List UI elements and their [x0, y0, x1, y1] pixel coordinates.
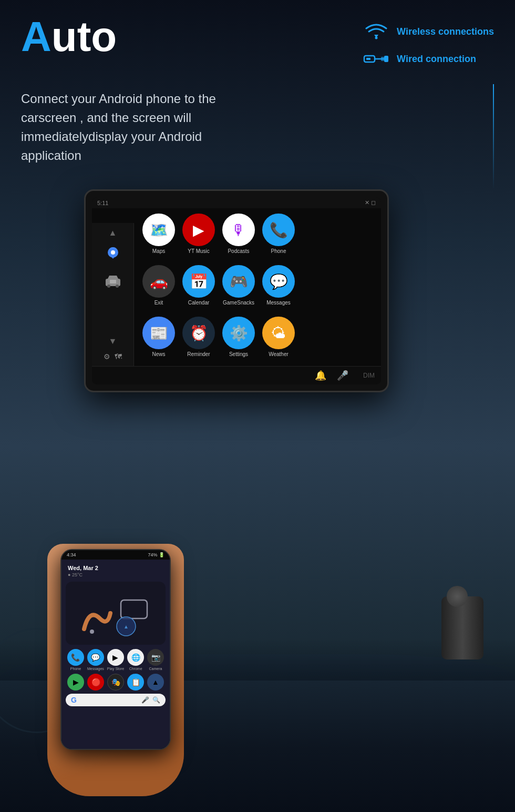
app-news-label: News [152, 351, 165, 357]
phone-app-messages-icon[interactable]: 💬 [87, 649, 104, 666]
hand-area: 4:34 74% 🔋 Wed, Mar 2 ● 25°C [37, 533, 194, 796]
car-screen-device: 5:11 ✕ ◻ ▲ [84, 189, 389, 392]
app-gamesnacks-icon[interactable]: 🎮 [222, 265, 255, 298]
app-phone[interactable]: 📞 Phone [262, 214, 295, 258]
app-gamesnacks[interactable]: 🎮 GameSnacks [222, 265, 255, 309]
app-phone-icon[interactable]: 📞 [262, 214, 295, 246]
phone-app-chrome-icon[interactable]: 🌐 [127, 649, 144, 666]
phone-app-red-icon[interactable]: 🔴 [87, 674, 104, 691]
app-ytmusic[interactable]: ▶ YT Music [182, 214, 215, 258]
phone-apps-row1: 📞 Phone 💬 Messages ▶ Play Store 🌐 [66, 649, 166, 671]
app-ytmusic-icon[interactable]: ▶ [182, 214, 215, 246]
phone-search-g-icon: G [71, 696, 77, 704]
app-exit-label: Exit [154, 300, 163, 306]
svg-point-7 [111, 250, 115, 255]
bell-icon[interactable]: 🔔 [315, 370, 326, 381]
app-reminder-icon[interactable]: ⏰ [182, 317, 215, 349]
sidebar-settings-icon[interactable]: ⚙ [104, 352, 110, 361]
phone-app-red[interactable]: 🔴 [87, 674, 104, 691]
svg-point-9 [107, 285, 110, 288]
app-settings-icon[interactable]: ⚙️ [222, 317, 255, 349]
screen-sidebar: ▲ [92, 223, 134, 366]
phone-date: Wed, Mar 2 [66, 564, 166, 572]
app-podcasts[interactable]: 🎙 Podcasts [222, 214, 255, 258]
phone-lens-icon[interactable]: 🔍 [152, 696, 160, 704]
header: Auto Wireless connections [21, 16, 494, 69]
phone-search-bar[interactable]: G 🎤 🔍 [66, 694, 166, 706]
app-calendar-icon[interactable]: 📅 [182, 265, 215, 298]
app-reminder[interactable]: ⏰ Reminder [182, 317, 215, 361]
mount-joint [447, 586, 468, 607]
app-maps[interactable]: 🗺️ Maps [142, 214, 175, 258]
wired-connection-item: Wired connection [363, 48, 494, 69]
svg-rect-5 [381, 57, 384, 61]
app-podcasts-icon[interactable]: 🎙 [222, 214, 255, 246]
phone-weather: ● 25°C [66, 572, 166, 577]
phone-app-playstore[interactable]: ▶ Play Store [107, 649, 124, 671]
phone-widget-svg: ▲ [74, 587, 158, 640]
phone-app-dark-icon[interactable]: 🎭 [107, 674, 124, 691]
app-weather-label: Weather [269, 351, 289, 357]
brand-title: Auto [21, 16, 117, 58]
screen-status-right: ✕ ◻ [365, 199, 376, 206]
phone-search-icons: 🎤 🔍 [141, 696, 160, 704]
phone-app-camera-icon[interactable]: 📷 [147, 649, 164, 666]
brand-rest: uto [52, 13, 117, 60]
phone-app-auto-icon[interactable]: ▲ [147, 674, 164, 691]
phone-app-play-icon[interactable]: ▶ [67, 674, 84, 691]
svg-text:▲: ▲ [123, 624, 129, 630]
phone-app-dark[interactable]: 🎭 [107, 674, 124, 691]
mic-icon[interactable]: 🎤 [337, 370, 348, 381]
phone-app-play[interactable]: ▶ [67, 674, 84, 691]
app-calendar[interactable]: 📅 Calendar [182, 265, 215, 309]
sidebar-map-icon[interactable]: 🗺 [115, 352, 122, 361]
svg-point-10 [116, 285, 119, 288]
phone-app-phone[interactable]: 📞 Phone [67, 649, 84, 671]
phone-app-docs[interactable]: 📋 [127, 674, 144, 691]
phone-app-auto[interactable]: ▲ [147, 674, 164, 691]
wireless-connection-item: Wireless connections [363, 21, 494, 42]
app-exit-icon[interactable]: 🚗 [142, 265, 175, 298]
phone-app-phone-icon[interactable]: 📞 [67, 649, 84, 666]
app-weather[interactable]: 🌤 Weather [262, 317, 295, 361]
app-weather-icon[interactable]: 🌤 [262, 317, 295, 349]
phone-battery: 74% 🔋 [148, 552, 164, 557]
phone-app-docs-icon[interactable]: 📋 [127, 674, 144, 691]
app-settings[interactable]: ⚙️ Settings [222, 317, 255, 361]
sidebar-up-arrow[interactable]: ▲ [109, 228, 117, 238]
svg-rect-11 [110, 280, 116, 283]
phone-app-camera-label: Camera [149, 667, 162, 671]
app-settings-label: Settings [229, 351, 248, 357]
dim-label: DIM [363, 372, 375, 379]
app-grid: 🗺️ Maps ▶ YT Music 🎙 Podcasts 📞 Phone [134, 208, 303, 366]
phone-screen: Wed, Mar 2 ● 25°C ▲ [61, 560, 170, 749]
sidebar-down-arrow[interactable]: ▼ [109, 337, 117, 346]
svg-point-13 [90, 630, 94, 634]
phone-mic-icon[interactable]: 🎤 [141, 696, 149, 704]
phone-app-camera[interactable]: 📷 Camera [147, 649, 164, 671]
phone-app-playstore-icon[interactable]: ▶ [107, 649, 124, 666]
car-screen-container: 5:11 ✕ ◻ ▲ [84, 189, 462, 392]
svg-point-0 [375, 37, 378, 39]
app-messages[interactable]: 💬 Messages [262, 265, 295, 309]
phone-hand-wrapper: 4:34 74% 🔋 Wed, Mar 2 ● 25°C [37, 533, 194, 796]
app-calendar-label: Calendar [188, 300, 210, 306]
app-phone-label: Phone [271, 248, 286, 254]
sidebar-car-icon[interactable] [101, 269, 125, 292]
app-news-icon[interactable]: 📰 [142, 317, 175, 349]
app-exit[interactable]: 🚗 Exit [142, 265, 175, 309]
phone-app-messages[interactable]: 💬 Messages [87, 649, 104, 671]
app-reminder-label: Reminder [187, 351, 210, 357]
phone-apps-row2: ▶ 🔴 🎭 📋 ▲ [66, 674, 166, 691]
app-ytmusic-label: YT Music [188, 248, 210, 254]
phone-app-playstore-label: Play Store [107, 667, 124, 671]
screen-bottom-bar: 🔔 🎤 DIM [92, 366, 381, 384]
svg-rect-4 [384, 56, 388, 62]
app-maps-label: Maps [152, 248, 165, 254]
phone-app-chrome[interactable]: 🌐 Chrome [127, 649, 144, 671]
app-messages-icon[interactable]: 💬 [262, 265, 295, 298]
app-maps-icon[interactable]: 🗺️ [142, 214, 175, 246]
sidebar-maps-icon[interactable] [101, 242, 125, 265]
screen-content-area: ▲ [92, 208, 381, 366]
app-news[interactable]: 📰 News [142, 317, 175, 361]
